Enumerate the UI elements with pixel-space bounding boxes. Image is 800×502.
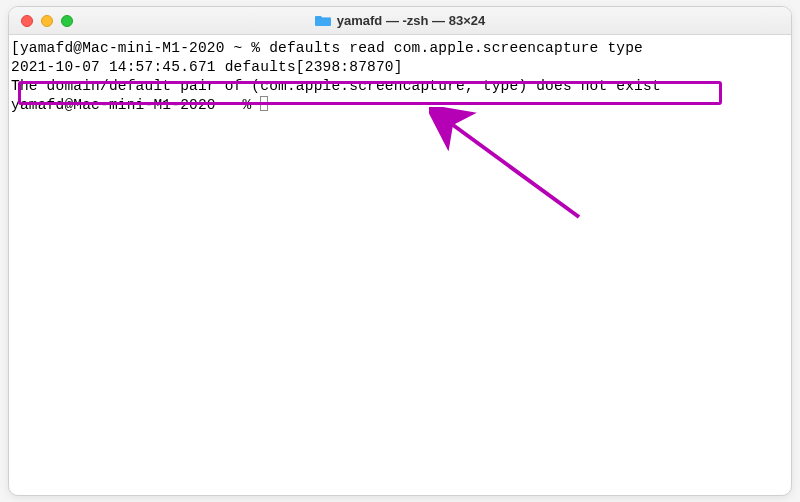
annotation-arrow <box>429 107 609 237</box>
terminal-window[interactable]: yamafd — -zsh — 83×24 [yamafd@Mac-mini-M… <box>8 6 792 496</box>
command-text: defaults read com.apple.screencapture ty… <box>269 40 643 56</box>
close-button[interactable] <box>21 15 33 27</box>
svg-line-0 <box>453 125 579 217</box>
window-title-text: yamafd — -zsh — 83×24 <box>337 13 485 28</box>
terminal-line-3: The domain/default pair of (com.apple.sc… <box>11 77 789 96</box>
prompt-text: yamafd@Mac-mini-M1-2020 ~ % <box>20 40 269 56</box>
terminal-line-4: yamafd@Mac-mini-M1-2020 ~ % <box>11 96 789 115</box>
terminal-content[interactable]: [yamafd@Mac-mini-M1-2020 ~ % defaults re… <box>9 35 791 119</box>
window-titlebar: yamafd — -zsh — 83×24 <box>9 7 791 35</box>
cursor <box>260 96 268 111</box>
traffic-lights <box>9 15 73 27</box>
folder-icon <box>315 14 331 27</box>
maximize-button[interactable] <box>61 15 73 27</box>
window-title: yamafd — -zsh — 83×24 <box>9 13 791 28</box>
terminal-line-1: [yamafd@Mac-mini-M1-2020 ~ % defaults re… <box>11 39 789 58</box>
prompt-text: yamafd@Mac-mini-M1-2020 ~ % <box>11 97 260 113</box>
terminal-line-2: 2021-10-07 14:57:45.671 defaults[2398:87… <box>11 58 789 77</box>
minimize-button[interactable] <box>41 15 53 27</box>
